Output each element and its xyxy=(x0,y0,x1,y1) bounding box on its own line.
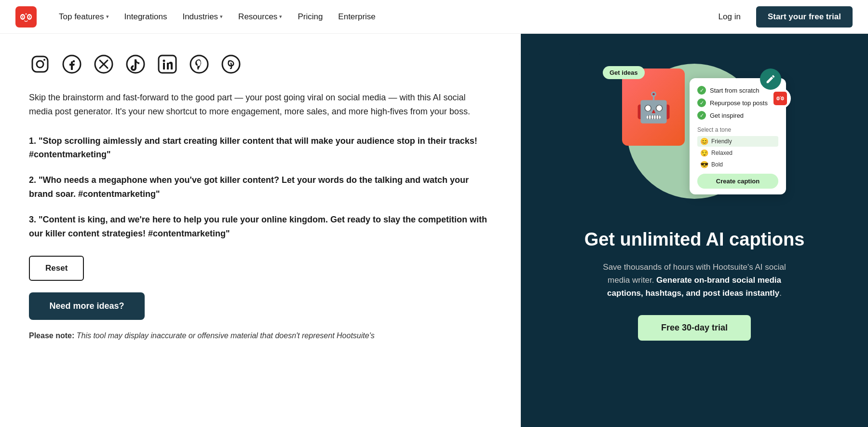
svg-point-17 xyxy=(190,55,208,73)
panel-title: Get unlimited AI captions xyxy=(584,229,805,251)
svg-point-9 xyxy=(37,61,43,68)
option-repurpose-top-posts: ✓ Repurpose top posts xyxy=(697,96,778,109)
svg-point-25 xyxy=(782,98,783,99)
panel-description: Save thousands of hours with Hootsuite's… xyxy=(593,261,796,300)
nav-resources[interactable]: Resources ▾ xyxy=(231,8,289,26)
illustration-inner: Get ideas xyxy=(593,59,796,204)
threads-icon[interactable] xyxy=(220,53,242,75)
facebook-icon[interactable] xyxy=(61,53,83,75)
svg-point-24 xyxy=(778,98,779,99)
nav-pricing[interactable]: Pricing xyxy=(291,8,329,26)
tone-friendly[interactable]: 😊 Friendly xyxy=(697,136,778,147)
nav-links: Top features ▾ Integrations Industries ▾… xyxy=(52,8,711,26)
robot-card: 🤖 xyxy=(622,69,685,146)
start-trial-button[interactable]: Start your free trial xyxy=(756,6,853,28)
illustration-container: Get ideas xyxy=(579,49,810,213)
hootsuite-logo[interactable] xyxy=(15,6,37,28)
nav-integrations[interactable]: Integrations xyxy=(118,8,174,26)
svg-point-10 xyxy=(43,59,45,61)
edit-icon-badge xyxy=(760,69,781,90)
nav-industries[interactable]: Industries ▾ xyxy=(176,8,230,26)
chevron-down-icon: ▾ xyxy=(106,14,109,20)
svg-rect-19 xyxy=(773,92,787,105)
login-button[interactable]: Log in xyxy=(711,8,748,26)
instagram-icon[interactable] xyxy=(29,53,51,75)
nav-right: Log in Start your free trial xyxy=(711,6,853,28)
create-caption-button[interactable]: Create caption xyxy=(697,174,778,189)
post-text-3: 3. "Content is king, and we're here to h… xyxy=(29,213,492,241)
twitter-icon[interactable] xyxy=(93,53,115,75)
chevron-down-icon: ▾ xyxy=(279,14,282,20)
post-text-1: 1. "Stop scrolling aimlessly and start c… xyxy=(29,134,492,162)
check-icon: ✓ xyxy=(697,98,706,107)
tone-bold[interactable]: 😎 Bold xyxy=(697,159,778,170)
pinterest-icon[interactable] xyxy=(188,53,210,75)
please-note-text: Please note: This tool may display inacc… xyxy=(29,331,492,340)
post-item-3: 3. "Content is king, and we're here to h… xyxy=(29,213,492,241)
navbar: Top features ▾ Integrations Industries ▾… xyxy=(0,0,868,34)
free-trial-button[interactable]: Free 30-day trial xyxy=(638,315,751,341)
tiktok-icon[interactable] xyxy=(124,53,147,75)
right-panel: Get ideas xyxy=(521,34,868,427)
reset-button[interactable]: Reset xyxy=(29,256,84,281)
svg-rect-8 xyxy=(32,56,48,72)
post-item-1: 1. "Stop scrolling aimlessly and start c… xyxy=(29,134,492,162)
chevron-down-icon: ▾ xyxy=(220,14,223,20)
svg-rect-0 xyxy=(15,6,37,28)
post-text-2: 2. "Who needs a megaphone when you've go… xyxy=(29,173,492,201)
tone-relaxed[interactable]: 😌 Relaxed xyxy=(697,148,778,158)
hootsuite-owl-badge xyxy=(770,88,791,109)
description-text: Skip the brainstorm and fast-forward to … xyxy=(29,91,473,119)
need-more-ideas-button[interactable]: Need more ideas? xyxy=(29,292,145,320)
post-examples: 1. "Stop scrolling aimlessly and start c… xyxy=(29,134,492,241)
svg-point-6 xyxy=(29,16,30,17)
nav-top-features[interactable]: Top features ▾ xyxy=(52,8,116,26)
get-ideas-badge: Get ideas xyxy=(603,66,645,79)
tone-options: 😊 Friendly 😌 Relaxed 😎 Bold xyxy=(697,136,778,170)
nav-enterprise[interactable]: Enterprise xyxy=(331,8,382,26)
check-icon: ✓ xyxy=(697,86,706,95)
svg-rect-15 xyxy=(163,63,165,69)
post-item-2: 2. "Who needs a megaphone when you've go… xyxy=(29,173,492,201)
select-tone-label: Select a tone xyxy=(697,126,778,133)
main-layout: Skip the brainstorm and fast-forward to … xyxy=(0,34,868,427)
svg-point-5 xyxy=(22,16,24,17)
option-get-inspired: ✓ Get inspired xyxy=(697,109,778,122)
hootsuite-logo-svg xyxy=(15,6,37,28)
svg-point-16 xyxy=(163,60,165,62)
left-content: Skip the brainstorm and fast-forward to … xyxy=(0,34,521,427)
check-icon: ✓ xyxy=(697,111,706,120)
linkedin-icon[interactable] xyxy=(156,53,178,75)
social-icons-row xyxy=(29,53,492,75)
